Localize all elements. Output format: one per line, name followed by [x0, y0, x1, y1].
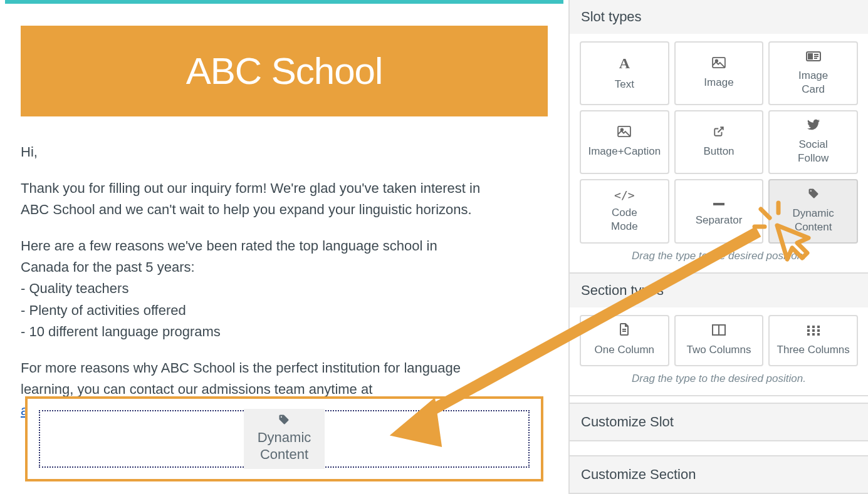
slot-label: Image — [704, 76, 733, 90]
twitter-icon — [807, 118, 820, 134]
slot-label: Social Follow — [798, 138, 829, 165]
svg-rect-10 — [713, 203, 724, 205]
drop-target[interactable]: Dynamic Content — [25, 396, 543, 481]
image-icon — [617, 125, 631, 141]
image-icon — [712, 56, 726, 72]
svg-line-9 — [718, 127, 723, 132]
greeting: Hi, — [21, 142, 484, 163]
svg-rect-20 — [817, 329, 820, 332]
slot-button[interactable]: Button — [674, 110, 764, 174]
slot-hint: Drag the type to the desired position. — [580, 244, 858, 271]
slot-label: Dynamic Content — [793, 207, 834, 234]
section-three-columns[interactable]: Three Columns — [768, 315, 858, 366]
customize-slot-header[interactable]: Customize Slot — [570, 403, 868, 441]
section-one-column[interactable]: One Column — [580, 315, 669, 366]
list-item: 10 different language programs — [22, 321, 484, 342]
two-columns-icon — [712, 323, 726, 339]
slot-label: Image Card — [798, 69, 828, 96]
svg-rect-23 — [817, 333, 820, 336]
slot-social-follow[interactable]: Social Follow — [768, 110, 858, 174]
slot-label: Image+Caption — [588, 145, 661, 158]
slot-types-grid: A Text Image Image Card — [580, 41, 858, 244]
reasons-intro: Here are a few reasons we've been rated … — [21, 238, 437, 275]
code-icon: </> — [614, 188, 635, 202]
section-hint: Drag the type to the desired position. — [580, 366, 858, 394]
slot-label: Separator — [696, 214, 743, 227]
tag-icon — [808, 187, 819, 203]
email-banner: ABC School — [21, 26, 548, 116]
reasons-list: Quality teachers Plenty of activities of… — [21, 278, 484, 342]
svg-rect-15 — [807, 326, 810, 328]
svg-rect-22 — [812, 333, 815, 336]
section-label: Three Columns — [777, 343, 850, 357]
slot-label: Button — [703, 145, 734, 158]
drop-label-line2: Content — [260, 446, 308, 462]
section-label: Two Columns — [687, 343, 751, 357]
slot-label: Code Mode — [611, 206, 638, 234]
section-label: One Column — [595, 343, 654, 357]
text-icon: A — [619, 54, 630, 73]
svg-rect-21 — [807, 333, 810, 336]
image-card-icon — [806, 49, 821, 65]
slot-image-caption[interactable]: Image+Caption — [580, 110, 669, 174]
svg-rect-19 — [812, 329, 815, 332]
svg-rect-18 — [807, 329, 810, 332]
thank-you-text: Thank you for filling out our inquiry fo… — [21, 178, 484, 220]
banner-title: ABC School — [186, 50, 383, 92]
slot-types-header: Slot types — [570, 0, 868, 34]
slot-separator[interactable]: Separator — [674, 179, 764, 243]
section-types-grid: One Column Two Columns Three Columns — [580, 315, 858, 366]
slot-dynamic-content[interactable]: Dynamic Content — [768, 179, 858, 243]
editor-pane: ABC School Hi, Thank you for filling out… — [5, 0, 563, 494]
list-item: Plenty of activities offered — [22, 300, 484, 321]
minus-icon — [713, 193, 724, 210]
customize-section-header[interactable]: Customize Section — [570, 455, 868, 494]
svg-rect-3 — [808, 54, 812, 59]
section-types-header: Section types — [570, 274, 868, 307]
tag-icon — [258, 414, 311, 429]
drop-label-line1: Dynamic — [258, 430, 311, 445]
drop-inner: Dynamic Content — [39, 410, 530, 468]
slot-label: Text — [615, 78, 634, 91]
list-item: Quality teachers — [22, 278, 484, 299]
file-icon — [619, 323, 629, 339]
svg-rect-17 — [817, 326, 820, 328]
external-icon — [713, 125, 724, 141]
slot-image-card[interactable]: Image Card — [768, 41, 858, 105]
section-two-columns[interactable]: Two Columns — [674, 315, 764, 366]
slot-code-mode[interactable]: </> Code Mode — [580, 179, 669, 243]
section-types-panel: Section types One Column Two Columns — [570, 274, 868, 396]
three-columns-icon — [807, 323, 820, 339]
email-body: Hi, Thank you for filling out our inquir… — [21, 142, 484, 421]
contact-text-pre: For more reasons why ABC School is the p… — [21, 360, 461, 397]
slot-types-panel: Slot types A Text Image — [570, 0, 868, 274]
drop-dynamic-content-tile: Dynamic Content — [244, 409, 325, 469]
svg-rect-16 — [812, 326, 815, 328]
slot-image[interactable]: Image — [674, 41, 764, 105]
sidebar: Slot types A Text Image — [568, 0, 868, 494]
slot-text[interactable]: A Text — [580, 41, 669, 105]
